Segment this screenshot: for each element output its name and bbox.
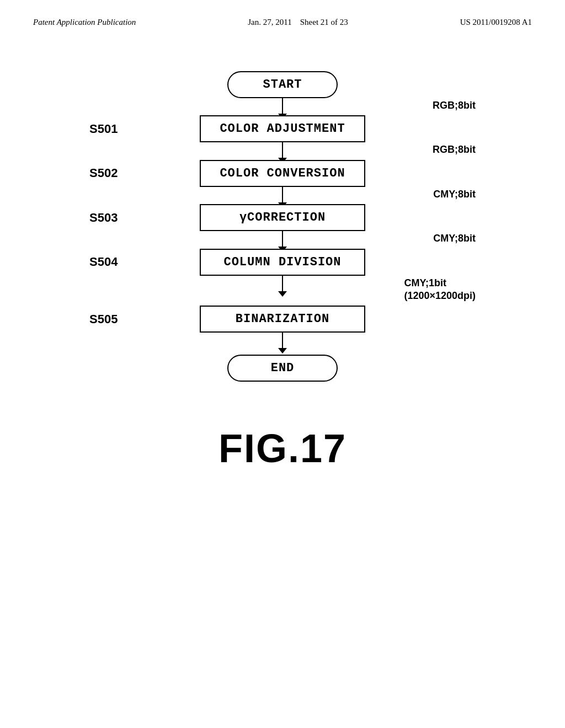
s504-shape: COLUMN DIVISION bbox=[200, 249, 365, 276]
s502-shape: COLOR CONVERSION bbox=[200, 160, 365, 187]
s501-shape: COLOR ADJUSTMENT bbox=[200, 115, 365, 142]
s505-text: BINARIZATION bbox=[236, 312, 329, 326]
annotation-cmy1bit-text: CMY;1bit(1200×1200dpi) bbox=[404, 277, 476, 303]
diagram-container: START RGB;8bit S501← COLOR ADJUSTMENT RG… bbox=[0, 71, 565, 471]
annotation-cmy8bit-1-text: CMY;8bit bbox=[433, 188, 476, 201]
s504-text: COLUMN DIVISION bbox=[223, 255, 341, 269]
annotation-cmy1bit: CMY;1bit(1200×1200dpi) bbox=[89, 277, 476, 303]
end-row: END bbox=[89, 355, 476, 382]
header-patent-num: US 2011/0019208 A1 bbox=[460, 18, 532, 26]
s504-row: S504← COLUMN DIVISION bbox=[89, 249, 476, 276]
fig-label: FIG.17 bbox=[218, 426, 347, 471]
publication-label: Patent Application Publication bbox=[33, 18, 136, 26]
end-label: END bbox=[271, 361, 295, 375]
s501-row: S501← COLOR ADJUSTMENT bbox=[89, 115, 476, 142]
annotation-cmy8bit-2-text: CMY;8bit bbox=[433, 232, 476, 245]
header-sheet: Sheet 21 of 23 bbox=[300, 18, 348, 26]
annotation-cmy8bit-2: CMY;8bit bbox=[89, 232, 476, 245]
s501-text: COLOR ADJUSTMENT bbox=[220, 122, 345, 136]
arrow-s505-end bbox=[278, 333, 287, 355]
header: Patent Application Publication Jan. 27, … bbox=[0, 0, 565, 27]
s503-text: γCORRECTION bbox=[239, 211, 326, 224]
header-date: Jan. 27, 2011 bbox=[248, 18, 291, 26]
flowchart: START RGB;8bit S501← COLOR ADJUSTMENT RG… bbox=[117, 71, 448, 382]
annotation-rgb8bit-2-text: RGB;8bit bbox=[433, 143, 476, 156]
s505-label: S505← bbox=[89, 312, 118, 326]
s502-text: COLOR CONVERSION bbox=[220, 167, 345, 180]
start-shape: START bbox=[227, 71, 338, 98]
header-center: Jan. 27, 2011 Sheet 21 of 23 bbox=[248, 18, 348, 27]
s505-shape: BINARIZATION bbox=[200, 306, 365, 333]
start-row: START bbox=[89, 71, 476, 98]
s501-label: S501← bbox=[89, 122, 118, 136]
annotation-rgb8bit-2: RGB;8bit bbox=[89, 143, 476, 156]
s505-row: S505← BINARIZATION bbox=[89, 306, 476, 333]
annotation-cmy8bit-1: CMY;8bit bbox=[89, 188, 476, 201]
s503-shape: γCORRECTION bbox=[200, 204, 365, 231]
header-right: US 2011/0019208 A1 bbox=[460, 18, 532, 27]
end-shape: END bbox=[227, 355, 338, 382]
annotation-rgb8bit-1: RGB;8bit bbox=[89, 99, 476, 112]
annotation-rgb8bit-1-text: RGB;8bit bbox=[433, 99, 476, 112]
s504-label: S504← bbox=[89, 255, 118, 269]
header-left: Patent Application Publication bbox=[33, 18, 136, 27]
s503-row: S503← γCORRECTION bbox=[89, 204, 476, 231]
s502-row: S502← COLOR CONVERSION bbox=[89, 160, 476, 187]
s502-label: S502← bbox=[89, 166, 118, 180]
s503-label: S503← bbox=[89, 211, 118, 225]
start-label: START bbox=[263, 78, 302, 92]
